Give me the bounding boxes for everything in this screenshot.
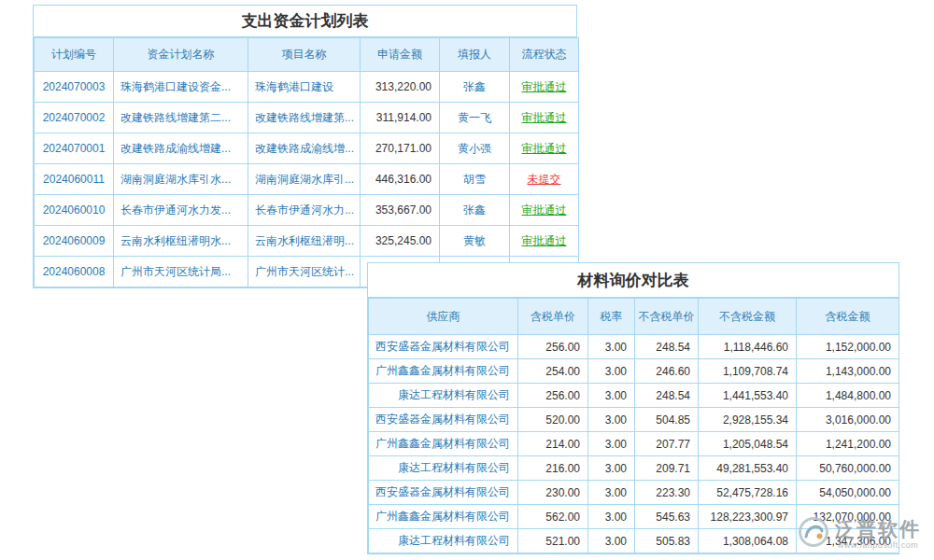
supplier-link[interactable]: 康达工程材料有限公司 (369, 529, 518, 553)
material-quote-title: 材料询价对比表 (368, 263, 899, 298)
tax-rate-cell: 3.00 (588, 529, 635, 553)
material-quote-panel: 材料询价对比表 供应商 含税单价 税率 不含税单价 不含税金额 含税金额 西安盛… (367, 262, 899, 554)
quote_table-row: 广州鑫鑫金属材料有限公司254.003.00246.601,109,708.74… (369, 359, 899, 384)
plan-id-link[interactable]: 2024070002 (35, 103, 114, 133)
process-status-link[interactable]: 审批通过 (510, 195, 579, 226)
price-without-tax-cell: 209.71 (635, 456, 699, 481)
project-name-link[interactable]: 长春市伊通河水力... (248, 195, 361, 226)
price-without-tax-cell: 248.54 (635, 335, 699, 359)
project-name-link[interactable]: 珠海鹤港口建设 (248, 72, 361, 103)
price-without-tax-cell: 207.77 (635, 432, 699, 456)
price-with-tax-cell: 230.00 (518, 481, 588, 505)
col-project-name-header: 项目名称 (248, 38, 361, 72)
amount-with-tax-cell: 1,484,800.00 (797, 384, 899, 408)
supplier-link[interactable]: 西安盛器金属材料有限公司 (369, 335, 518, 359)
plan-id-link[interactable]: 2024070001 (35, 133, 114, 164)
expense-plan-header-row: 计划编号 资金计划名称 项目名称 申请金额 填报人 流程状态 (35, 38, 579, 72)
plan-id-link[interactable]: 2024060008 (35, 257, 114, 287)
apply-amount-cell: 353,667.00 (361, 195, 440, 226)
plan_table-row: 2024070002改建铁路线增建第二...改建铁路线增建第...311,914… (35, 103, 579, 133)
reporter-link[interactable]: 胡雪 (440, 164, 510, 195)
plan-id-link[interactable]: 2024070003 (35, 72, 114, 103)
col-reporter-header: 填报人 (440, 38, 510, 72)
amount-without-tax-cell: 1,118,446.60 (699, 335, 797, 359)
reporter-link[interactable]: 张鑫 (440, 72, 510, 103)
fund-plan-name-link[interactable]: 改建铁路成渝线增建... (114, 133, 248, 164)
col-fund-plan-name-header: 资金计划名称 (114, 38, 248, 72)
watermark-brand: 泛普软件 (835, 518, 921, 539)
fund-plan-name-link[interactable]: 广州市天河区统计局... (114, 257, 248, 287)
quote_table-row: 康达工程材料有限公司216.003.00209.7149,281,553.405… (369, 456, 899, 481)
amount-without-tax-cell: 52,475,728.16 (699, 481, 797, 505)
supplier-link[interactable]: 广州鑫鑫金属材料有限公司 (369, 505, 518, 529)
amount-with-tax-cell: 1,241,200.00 (797, 432, 899, 456)
price-without-tax-cell: 223.30 (635, 481, 699, 505)
plan_table-row: 2024070003珠海鹤港口建设资金...珠海鹤港口建设313,220.00张… (35, 72, 579, 103)
quote_table-row: 西安盛器金属材料有限公司230.003.00223.3052,475,728.1… (369, 481, 899, 505)
supplier-link[interactable]: 康达工程材料有限公司 (369, 456, 518, 481)
project-name-link[interactable]: 云南水利枢纽潜明... (248, 226, 361, 257)
project-name-link[interactable]: 改建铁路成渝线增... (248, 133, 361, 164)
col-tax-rate-header: 税率 (588, 299, 635, 335)
price-with-tax-cell: 256.00 (518, 335, 588, 359)
col-apply-amount-header: 申请金额 (361, 38, 440, 72)
reporter-link[interactable]: 黄敏 (440, 226, 510, 257)
process-status-link[interactable]: 审批通过 (510, 72, 579, 103)
project-name-link[interactable]: 湖南洞庭湖水库引... (248, 164, 361, 195)
fund-plan-name-link[interactable]: 湖南洞庭湖水库引水... (114, 164, 248, 195)
price-with-tax-cell: 216.00 (518, 456, 588, 481)
price-with-tax-cell: 256.00 (518, 384, 588, 408)
amount-without-tax-cell: 1,441,553.40 (699, 384, 797, 408)
supplier-link[interactable]: 西安盛器金属材料有限公司 (369, 408, 518, 432)
watermark-text: 泛普软件 www.fanpusoft.com (835, 518, 921, 549)
amount-without-tax-cell: 128,223,300.97 (699, 505, 797, 529)
plan_table-row: 2024060009云南水利枢纽潜明水...云南水利枢纽潜明...325,245… (35, 226, 579, 257)
amount-without-tax-cell: 1,109,708.74 (699, 359, 797, 384)
fund-plan-name-link[interactable]: 改建铁路线增建第二... (114, 103, 248, 133)
fund-plan-name-link[interactable]: 云南水利枢纽潜明水... (114, 226, 248, 257)
col-supplier-header: 供应商 (369, 299, 518, 335)
fanpu-logo-icon (797, 515, 830, 553)
process-status-link[interactable]: 审批通过 (510, 226, 579, 257)
price-without-tax-cell: 504.85 (635, 408, 699, 432)
col-process-status-header: 流程状态 (510, 38, 579, 72)
quote_table-row: 西安盛器金属材料有限公司520.003.00504.852,928,155.34… (369, 408, 899, 432)
supplier-link[interactable]: 西安盛器金属材料有限公司 (369, 481, 518, 505)
apply-amount-cell: 270,171.00 (361, 133, 440, 164)
plan-id-link[interactable]: 2024060009 (35, 226, 114, 257)
reporter-link[interactable]: 黄小强 (440, 133, 510, 164)
plan-id-link[interactable]: 2024060011 (35, 164, 114, 195)
expense-plan-list-title: 支出资金计划列表 (34, 6, 576, 37)
plan_table-row: 2024060011湖南洞庭湖水库引水...湖南洞庭湖水库引...446,316… (35, 164, 579, 195)
amount-without-tax-cell: 49,281,553.40 (699, 456, 797, 481)
fund-plan-name-link[interactable]: 珠海鹤港口建设资金... (114, 72, 248, 103)
tax-rate-cell: 3.00 (588, 432, 635, 456)
price-without-tax-cell: 246.60 (635, 359, 699, 384)
project-name-link[interactable]: 改建铁路线增建第... (248, 103, 361, 133)
watermark-url: www.fanpusoft.com (835, 540, 921, 550)
quote_table-row: 广州鑫鑫金属材料有限公司214.003.00207.771,205,048.54… (369, 432, 899, 456)
fund-plan-name-link[interactable]: 长春市伊通河水力发... (114, 195, 248, 226)
process-status-link[interactable]: 审批通过 (510, 133, 579, 164)
price-without-tax-cell: 505.83 (635, 529, 699, 553)
plan_table-row: 2024070001改建铁路成渝线增建...改建铁路成渝线增...270,171… (35, 133, 579, 164)
price-with-tax-cell: 520.00 (518, 408, 588, 432)
col-price-without-tax-header: 不含税单价 (635, 299, 699, 335)
price-with-tax-cell: 214.00 (518, 432, 588, 456)
plan-id-link[interactable]: 2024060010 (35, 195, 114, 226)
supplier-link[interactable]: 康达工程材料有限公司 (369, 384, 518, 408)
price-without-tax-cell: 545.63 (635, 505, 699, 529)
reporter-link[interactable]: 张鑫 (440, 195, 510, 226)
amount-without-tax-cell: 1,205,048.54 (699, 432, 797, 456)
reporter-link[interactable]: 黄一飞 (440, 103, 510, 133)
supplier-link[interactable]: 广州鑫鑫金属材料有限公司 (369, 359, 518, 384)
tax-rate-cell: 3.00 (588, 505, 635, 529)
supplier-link[interactable]: 广州鑫鑫金属材料有限公司 (369, 432, 518, 456)
process-status-link[interactable]: 未提交 (510, 164, 579, 195)
quote_table-row: 康达工程材料有限公司256.003.00248.541,441,553.401,… (369, 384, 899, 408)
apply-amount-cell: 311,914.00 (361, 103, 440, 133)
amount-without-tax-cell: 1,308,064.08 (699, 529, 797, 553)
process-status-link[interactable]: 审批通过 (510, 103, 579, 133)
project-name-link[interactable]: 广州市天河区统计... (248, 257, 361, 287)
amount-with-tax-cell: 50,760,000.00 (797, 456, 899, 481)
